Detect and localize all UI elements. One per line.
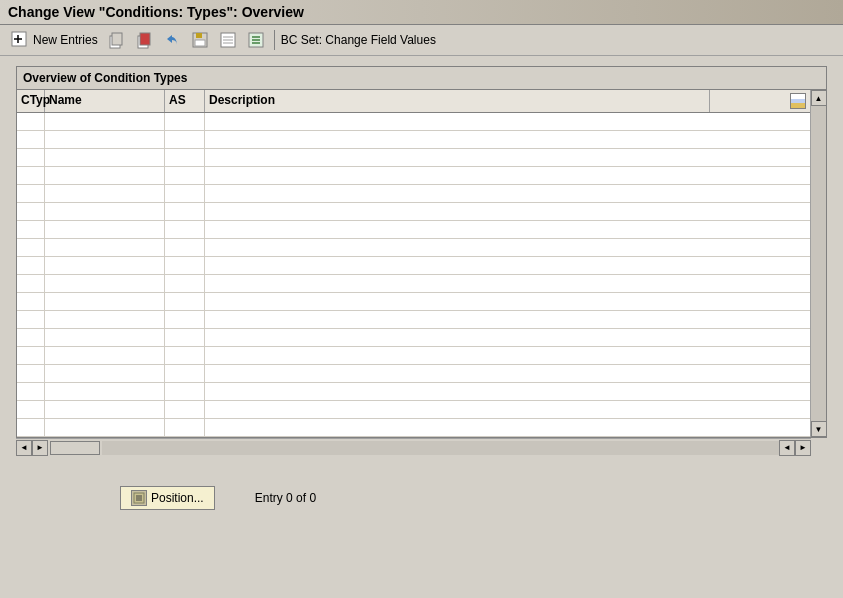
cell-ctyp — [17, 293, 45, 310]
title-text: Change View "Conditions: Types": Overvie… — [8, 4, 304, 20]
cell-description — [205, 113, 810, 130]
delete-icon — [134, 30, 154, 50]
cell-description — [205, 365, 810, 382]
undo-button[interactable] — [160, 29, 184, 51]
new-entries-icon — [10, 30, 30, 50]
table-row[interactable] — [17, 131, 810, 149]
table-row[interactable] — [17, 311, 810, 329]
bc-set-label: BC Set: Change Field Values — [281, 33, 436, 47]
table-row[interactable] — [17, 293, 810, 311]
toolbar-separator — [274, 30, 275, 50]
table-row[interactable] — [17, 167, 810, 185]
cell-description — [205, 293, 810, 310]
cell-as — [165, 131, 205, 148]
undo-icon — [162, 30, 182, 50]
entry-info: Entry 0 of 0 — [255, 491, 316, 505]
col-header-as: AS — [165, 90, 205, 112]
cell-description — [205, 131, 810, 148]
cell-as — [165, 167, 205, 184]
cell-name — [45, 401, 165, 418]
cell-description — [205, 419, 810, 436]
vertical-scrollbar[interactable]: ▲ ▼ — [810, 90, 826, 437]
svg-rect-8 — [196, 33, 202, 38]
cell-name — [45, 311, 165, 328]
cell-as — [165, 383, 205, 400]
copy-button[interactable] — [104, 29, 128, 51]
table-row[interactable] — [17, 275, 810, 293]
toolbar: New Entries — [0, 25, 843, 56]
cell-description — [205, 383, 810, 400]
cell-ctyp — [17, 347, 45, 364]
local-file-button[interactable] — [216, 29, 240, 51]
table-area: CTyp Name AS Description — [17, 90, 810, 437]
cell-name — [45, 221, 165, 238]
scroll-thumb[interactable] — [50, 441, 100, 455]
cell-name — [45, 167, 165, 184]
position-button-label: Position... — [151, 491, 204, 505]
scroll-down-button[interactable]: ▼ — [811, 421, 827, 437]
title-bar: Change View "Conditions: Types": Overvie… — [0, 0, 843, 25]
table-row[interactable] — [17, 185, 810, 203]
cell-name — [45, 239, 165, 256]
bc-set-button[interactable] — [244, 29, 268, 51]
cell-name — [45, 131, 165, 148]
cell-as — [165, 275, 205, 292]
col-header-name: Name — [45, 90, 165, 112]
footer-area: Position... Entry 0 of 0 — [0, 466, 843, 510]
cell-ctyp — [17, 131, 45, 148]
scroll-right-button[interactable]: ► — [32, 440, 48, 456]
copy-icon — [106, 30, 126, 50]
delete-button[interactable] — [132, 29, 156, 51]
cell-name — [45, 347, 165, 364]
table-row[interactable] — [17, 347, 810, 365]
table-row[interactable] — [17, 383, 810, 401]
cell-as — [165, 113, 205, 130]
table-header: CTyp Name AS Description — [17, 90, 810, 113]
cell-description — [205, 347, 810, 364]
table-row[interactable] — [17, 221, 810, 239]
cell-as — [165, 293, 205, 310]
main-content: Overview of Condition Types CTyp Name AS… — [0, 56, 843, 466]
cell-ctyp — [17, 419, 45, 436]
table-row[interactable] — [17, 329, 810, 347]
conditions-table: CTyp Name AS Description — [16, 89, 827, 438]
cell-description — [205, 221, 810, 238]
table-row[interactable] — [17, 239, 810, 257]
cell-ctyp — [17, 401, 45, 418]
table-row[interactable] — [17, 401, 810, 419]
save-button[interactable] — [188, 29, 212, 51]
cell-description — [205, 329, 810, 346]
scroll-left-end-button[interactable]: ► — [795, 440, 811, 456]
cell-ctyp — [17, 203, 45, 220]
cell-as — [165, 311, 205, 328]
scroll-left-button[interactable]: ◄ — [16, 440, 32, 456]
col-header-grid-icon[interactable] — [710, 90, 810, 112]
cell-as — [165, 329, 205, 346]
cell-ctyp — [17, 221, 45, 238]
position-button[interactable]: Position... — [120, 486, 215, 510]
table-row[interactable] — [17, 257, 810, 275]
table-row[interactable] — [17, 203, 810, 221]
new-entries-button[interactable]: New Entries — [8, 29, 100, 51]
cell-as — [165, 257, 205, 274]
table-row[interactable] — [17, 113, 810, 131]
table-row[interactable] — [17, 149, 810, 167]
table-row[interactable] — [17, 365, 810, 383]
cell-ctyp — [17, 275, 45, 292]
cell-name — [45, 185, 165, 202]
cell-name — [45, 293, 165, 310]
scroll-up-button[interactable]: ▲ — [811, 90, 827, 106]
table-body — [17, 113, 810, 437]
cell-as — [165, 149, 205, 166]
cell-description — [205, 401, 810, 418]
cell-description — [205, 149, 810, 166]
cell-description — [205, 167, 810, 184]
table-row[interactable] — [17, 419, 810, 437]
grid-settings-icon[interactable] — [790, 93, 806, 109]
cell-ctyp — [17, 167, 45, 184]
local-file-icon — [218, 30, 238, 50]
scroll-track[interactable] — [811, 106, 826, 421]
scroll-right-end-button[interactable]: ◄ — [779, 440, 795, 456]
h-scroll-track[interactable] — [102, 441, 779, 455]
bc-set-icon — [246, 30, 266, 50]
